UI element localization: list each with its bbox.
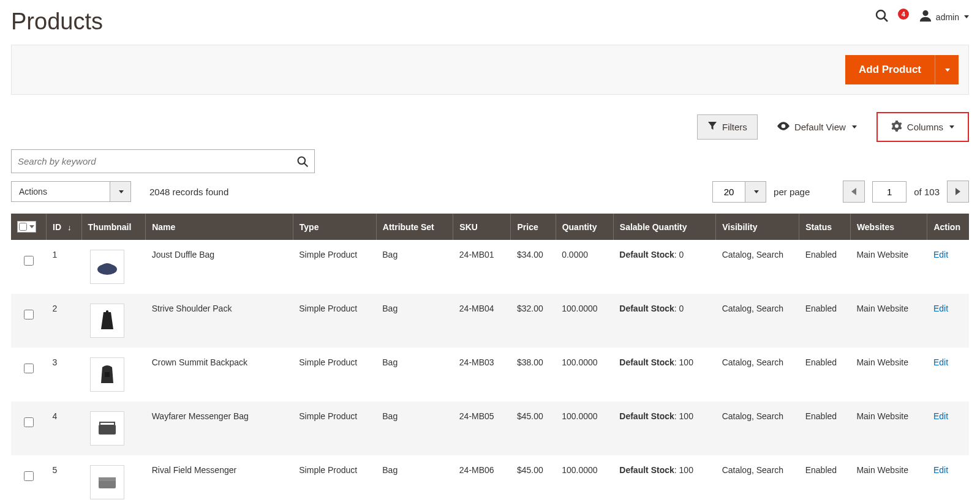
col-header-name[interactable]: Name — [146, 214, 293, 240]
filters-button[interactable]: Filters — [697, 114, 758, 140]
col-header-attribute-set[interactable]: Attribute Set — [376, 214, 453, 240]
cell-attribute-set: Bag — [376, 401, 453, 455]
col-header-quantity[interactable]: Quantity — [556, 214, 613, 240]
select-all-checkbox[interactable] — [19, 223, 27, 231]
cell-type: Simple Product — [293, 401, 376, 455]
col-header-action[interactable]: Action — [927, 214, 969, 240]
cell-salable-quantity: Default Stock: 100 — [613, 401, 715, 455]
cell-price: $32.00 — [511, 294, 556, 348]
sort-down-icon: ↓ — [67, 223, 72, 232]
page-header: Products 4 admin — [11, 0, 969, 41]
col-header-price[interactable]: Price — [511, 214, 556, 240]
row-checkbox[interactable] — [24, 417, 34, 427]
chevron-down-icon — [754, 190, 759, 193]
col-header-status[interactable]: Status — [799, 214, 851, 240]
col-header-thumbnail[interactable]: Thumbnail — [81, 214, 146, 240]
per-page-input[interactable] — [713, 182, 745, 202]
user-icon — [919, 9, 932, 24]
eye-icon — [777, 121, 790, 133]
cell-status: Enabled — [799, 401, 851, 455]
cell-quantity: 100.0000 — [556, 455, 613, 500]
cell-name: Crown Summit Backpack — [146, 348, 293, 401]
edit-link[interactable]: Edit — [933, 250, 948, 259]
cell-id: 1 — [47, 240, 82, 294]
cell-salable-quantity: Default Stock: 0 — [613, 294, 715, 348]
edit-link[interactable]: Edit — [933, 411, 948, 421]
col-header-websites[interactable]: Websites — [850, 214, 927, 240]
svg-point-2 — [922, 10, 928, 16]
edit-link[interactable]: Edit — [933, 465, 948, 475]
user-menu[interactable]: admin — [919, 9, 969, 24]
col-header-salable-quantity[interactable]: Salable Quantity — [613, 214, 715, 240]
cell-name: Rival Field Messenger — [146, 455, 293, 500]
actions-dropdown-toggle[interactable] — [110, 182, 130, 201]
cell-attribute-set: Bag — [376, 348, 453, 401]
notification-count-badge: 4 — [898, 9, 909, 20]
cell-websites: Main Website — [850, 455, 927, 500]
cell-salable-quantity: Default Stock: 100 — [613, 348, 715, 401]
add-product-button[interactable]: Add Product — [845, 55, 959, 84]
cell-attribute-set: Bag — [376, 455, 453, 500]
cell-visibility: Catalog, Search — [716, 455, 799, 500]
col-header-type[interactable]: Type — [293, 214, 376, 240]
per-page-select[interactable] — [712, 181, 766, 203]
page-title: Products — [11, 9, 103, 35]
cell-price: $38.00 — [511, 348, 556, 401]
cell-websites: Main Website — [850, 348, 927, 401]
cell-price: $45.00 — [511, 455, 556, 500]
search-wrap — [11, 149, 315, 173]
chevron-down-icon — [852, 125, 857, 129]
cell-thumbnail — [81, 401, 146, 455]
cell-sku: 24-MB06 — [453, 455, 511, 500]
table-row[interactable]: 3 Crown Summit Backpack Simple Product B… — [11, 348, 969, 401]
gear-icon — [891, 121, 902, 133]
page-count-label: of 103 — [914, 187, 940, 197]
cell-websites: Main Website — [850, 294, 927, 348]
edit-link[interactable]: Edit — [933, 304, 948, 313]
cell-status: Enabled — [799, 294, 851, 348]
row-checkbox[interactable] — [24, 256, 34, 266]
row-checkbox[interactable] — [24, 310, 34, 319]
thumbnail-image — [90, 411, 124, 446]
prev-page-button[interactable] — [843, 181, 865, 203]
columns-button[interactable]: Columns — [876, 112, 969, 142]
filters-label: Filters — [722, 122, 747, 132]
search-input[interactable] — [11, 149, 315, 173]
search-icon[interactable] — [875, 9, 889, 25]
cell-websites: Main Website — [850, 401, 927, 455]
add-product-dropdown-toggle[interactable] — [935, 55, 959, 84]
cell-sku: 24-MB04 — [453, 294, 511, 348]
page-number-input[interactable] — [872, 181, 907, 203]
user-name: admin — [936, 12, 959, 22]
chevron-down-icon — [29, 225, 34, 228]
funnel-icon — [707, 121, 717, 133]
edit-link[interactable]: Edit — [933, 357, 948, 367]
table-row[interactable]: 1 Joust Duffle Bag Simple Product Bag 24… — [11, 240, 969, 294]
actions-select[interactable]: Actions — [11, 181, 131, 202]
add-product-label[interactable]: Add Product — [845, 55, 935, 84]
col-header-visibility[interactable]: Visibility — [716, 214, 799, 240]
col-header-checkbox[interactable] — [11, 214, 47, 240]
col-header-sku[interactable]: SKU — [453, 214, 511, 240]
thumbnail-image — [90, 465, 124, 499]
cell-sku: 24-MB03 — [453, 348, 511, 401]
row-checkbox[interactable] — [24, 364, 34, 373]
table-row[interactable]: 5 Rival Field Messenger Simple Product B… — [11, 455, 969, 500]
cell-action: Edit — [927, 294, 969, 348]
next-page-button[interactable] — [947, 181, 969, 203]
cell-quantity: 0.0000 — [556, 240, 613, 294]
cell-type: Simple Product — [293, 294, 376, 348]
per-page-dropdown-toggle[interactable] — [745, 182, 766, 202]
cell-name: Wayfarer Messenger Bag — [146, 401, 293, 455]
search-submit-button[interactable] — [294, 153, 311, 172]
svg-point-3 — [298, 157, 306, 165]
table-row[interactable]: 2 Strive Shoulder Pack Simple Product Ba… — [11, 294, 969, 348]
col-header-id[interactable]: ID ↓ — [47, 214, 82, 240]
default-view-button[interactable]: Default View — [767, 115, 867, 139]
default-view-label: Default View — [794, 122, 846, 132]
cell-action: Edit — [927, 240, 969, 294]
cell-id: 2 — [47, 294, 82, 348]
cell-type: Simple Product — [293, 455, 376, 500]
table-row[interactable]: 4 Wayfarer Messenger Bag Simple Product … — [11, 401, 969, 455]
row-checkbox[interactable] — [24, 471, 34, 481]
